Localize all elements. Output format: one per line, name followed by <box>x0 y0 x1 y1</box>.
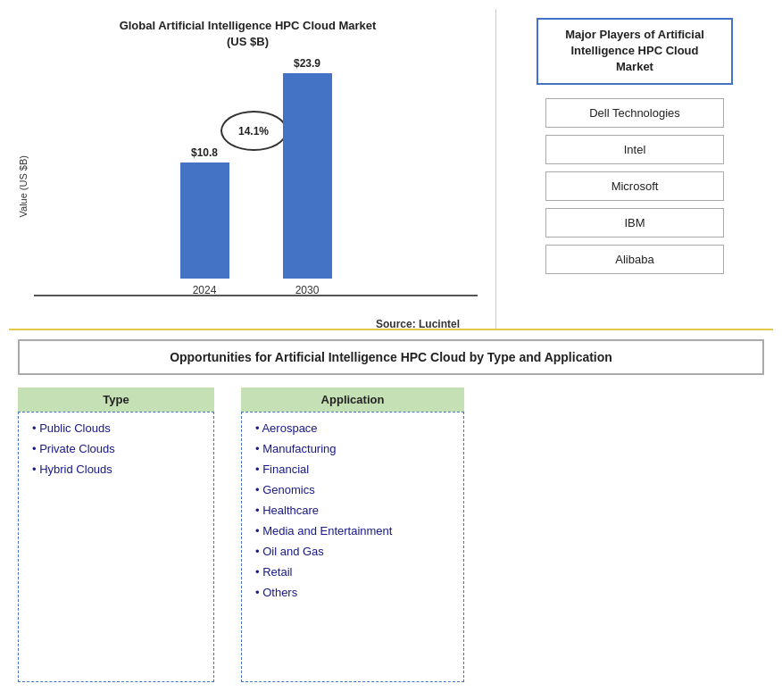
chart-title: Global Artificial Intelligence HPC Cloud… <box>120 18 377 50</box>
app-item-6: • Oil and Gas <box>255 545 450 558</box>
baseline <box>34 295 478 296</box>
app-item-0: • Aerospace <box>255 421 450 435</box>
top-section: Global Artificial Intelligence HPC Cloud… <box>9 9 773 330</box>
application-column: Application • Aerospace • Manufacturing … <box>241 388 464 682</box>
bar-2030-value: $23.9 <box>294 57 320 70</box>
cagr-bubble: 14.1% <box>220 111 287 151</box>
app-item-4: • Healthcare <box>255 504 450 517</box>
bar-2024 <box>180 162 229 279</box>
chart-area: Global Artificial Intelligence HPC Cloud… <box>9 9 496 329</box>
application-list-box: • Aerospace • Manufacturing • Financial … <box>241 412 464 682</box>
bar-2024-value: $10.8 <box>191 146 218 159</box>
bar-group-2024: $10.8 2024 <box>180 146 229 296</box>
y-axis-label: Value (US $B) <box>18 155 29 218</box>
bottom-section: Opportunities for Artificial Intelligenc… <box>9 330 773 691</box>
players-title-box: Major Players of Artificial Intelligence… <box>537 18 733 85</box>
source-text: Source: Lucintel <box>376 318 478 330</box>
player-dell: Dell Technologies <box>545 98 724 128</box>
player-intel: Intel <box>545 135 724 164</box>
opportunities-content: Type • Public Clouds • Private Clouds • … <box>18 388 764 682</box>
type-item-2: • Hybrid Clouds <box>32 462 200 476</box>
type-header: Type <box>18 388 214 412</box>
opportunities-title: Opportunities for Artificial Intelligenc… <box>18 339 764 375</box>
main-container: Global Artificial Intelligence HPC Cloud… <box>0 0 782 700</box>
bar-group-2030: $23.9 2030 <box>283 57 332 296</box>
type-item-0: • Public Clouds <box>32 421 200 435</box>
bar-2030 <box>283 73 332 279</box>
app-item-2: • Financial <box>255 462 450 476</box>
app-item-8: • Others <box>255 586 450 599</box>
player-ibm: IBM <box>545 208 724 238</box>
chart-wrapper: Value (US $B) 14.1% $10.8 2024 <box>18 57 478 314</box>
player-microsoft: Microsoft <box>545 171 724 201</box>
app-item-7: • Retail <box>255 565 450 579</box>
player-alibaba: Alibaba <box>545 245 724 274</box>
bars-container: 14.1% $10.8 2024 $23.9 2030 <box>34 57 478 314</box>
app-item-1: • Manufacturing <box>255 442 450 455</box>
application-header: Application <box>241 388 464 412</box>
bars-row: 14.1% $10.8 2024 $23.9 2030 <box>34 57 478 314</box>
type-list-box: • Public Clouds • Private Clouds • Hybri… <box>18 412 214 682</box>
players-area: Major Players of Artificial Intelligence… <box>496 9 773 329</box>
app-item-3: • Genomics <box>255 483 450 496</box>
type-item-1: • Private Clouds <box>32 442 200 455</box>
app-item-5: • Media and Entertainment <box>255 524 450 538</box>
type-column: Type • Public Clouds • Private Clouds • … <box>18 388 214 682</box>
